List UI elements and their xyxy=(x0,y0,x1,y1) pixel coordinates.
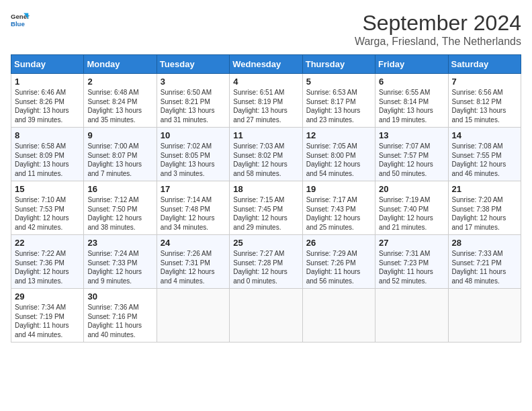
day-number: 19 xyxy=(306,184,371,194)
day-info: Sunrise: 6:51 AMSunset: 8:19 PMDaylight:… xyxy=(233,88,298,124)
table-row xyxy=(448,289,521,342)
table-row: 25Sunrise: 7:27 AMSunset: 7:28 PMDayligh… xyxy=(230,235,302,289)
header-wednesday: Wednesday xyxy=(230,55,302,74)
day-number: 1 xyxy=(15,77,80,87)
table-row: 10Sunrise: 7:02 AMSunset: 8:05 PMDayligh… xyxy=(157,128,229,181)
table-row xyxy=(302,289,375,342)
day-number: 28 xyxy=(452,238,517,248)
day-info: Sunrise: 7:10 AMSunset: 7:53 PMDaylight:… xyxy=(15,195,80,232)
table-row: 18Sunrise: 7:15 AMSunset: 7:45 PMDayligh… xyxy=(230,181,302,235)
table-row: 13Sunrise: 7:07 AMSunset: 7:57 PMDayligh… xyxy=(375,128,448,181)
table-row: 2Sunrise: 6:48 AMSunset: 8:24 PMDaylight… xyxy=(84,74,157,128)
day-number: 22 xyxy=(15,238,80,248)
table-row: 7Sunrise: 6:56 AMSunset: 8:12 PMDaylight… xyxy=(448,74,521,128)
day-number: 3 xyxy=(161,77,226,87)
table-row: 21Sunrise: 7:20 AMSunset: 7:38 PMDayligh… xyxy=(448,181,521,235)
table-row: 22Sunrise: 7:22 AMSunset: 7:36 PMDayligh… xyxy=(11,235,84,289)
day-number: 8 xyxy=(15,130,80,140)
day-number: 26 xyxy=(306,238,371,248)
header-friday: Friday xyxy=(375,55,448,74)
table-row: 20Sunrise: 7:19 AMSunset: 7:40 PMDayligh… xyxy=(375,181,448,235)
day-info: Sunrise: 7:08 AMSunset: 7:55 PMDaylight:… xyxy=(452,142,517,178)
day-info: Sunrise: 7:36 AMSunset: 7:16 PMDaylight:… xyxy=(87,303,152,339)
day-number: 30 xyxy=(87,291,152,302)
day-info: Sunrise: 7:00 AMSunset: 8:07 PMDaylight:… xyxy=(87,142,152,178)
day-info: Sunrise: 7:31 AMSunset: 7:23 PMDaylight:… xyxy=(379,249,444,285)
day-number: 14 xyxy=(452,130,517,140)
table-row: 1Sunrise: 6:46 AMSunset: 8:26 PMDaylight… xyxy=(11,74,84,128)
day-number: 7 xyxy=(452,77,517,87)
day-number: 15 xyxy=(15,184,80,194)
calendar-week-row: 29Sunrise: 7:34 AMSunset: 7:19 PMDayligh… xyxy=(11,289,521,342)
day-info: Sunrise: 7:22 AMSunset: 7:36 PMDaylight:… xyxy=(15,249,80,285)
day-info: Sunrise: 6:53 AMSunset: 8:17 PMDaylight:… xyxy=(306,88,371,124)
table-row: 29Sunrise: 7:34 AMSunset: 7:19 PMDayligh… xyxy=(11,289,84,342)
calendar-header-row: Sunday Monday Tuesday Wednesday Thursday… xyxy=(11,55,521,74)
main-title: September 2024 xyxy=(355,11,521,36)
table-row: 19Sunrise: 7:17 AMSunset: 7:43 PMDayligh… xyxy=(302,181,375,235)
day-number: 29 xyxy=(15,291,80,302)
day-info: Sunrise: 7:34 AMSunset: 7:19 PMDaylight:… xyxy=(15,303,80,339)
day-info: Sunrise: 6:48 AMSunset: 8:24 PMDaylight:… xyxy=(87,88,152,124)
calendar-week-row: 8Sunrise: 6:58 AMSunset: 8:09 PMDaylight… xyxy=(11,128,521,181)
day-info: Sunrise: 6:46 AMSunset: 8:26 PMDaylight:… xyxy=(15,88,80,124)
day-info: Sunrise: 7:20 AMSunset: 7:38 PMDaylight:… xyxy=(452,195,517,232)
page-header: General Blue September 2024 Warga, Fries… xyxy=(11,11,521,48)
day-info: Sunrise: 7:17 AMSunset: 7:43 PMDaylight:… xyxy=(306,195,371,232)
table-row xyxy=(157,289,229,342)
day-info: Sunrise: 7:02 AMSunset: 8:05 PMDaylight:… xyxy=(161,142,226,178)
day-info: Sunrise: 7:24 AMSunset: 7:33 PMDaylight:… xyxy=(87,249,152,285)
day-number: 2 xyxy=(87,77,152,87)
table-row: 24Sunrise: 7:26 AMSunset: 7:31 PMDayligh… xyxy=(157,235,229,289)
day-number: 17 xyxy=(161,184,226,194)
table-row: 11Sunrise: 7:03 AMSunset: 8:02 PMDayligh… xyxy=(230,128,302,181)
table-row: 14Sunrise: 7:08 AMSunset: 7:55 PMDayligh… xyxy=(448,128,521,181)
day-info: Sunrise: 7:15 AMSunset: 7:45 PMDaylight:… xyxy=(233,195,298,232)
day-number: 12 xyxy=(306,130,371,140)
day-number: 4 xyxy=(233,77,298,87)
day-info: Sunrise: 7:03 AMSunset: 8:02 PMDaylight:… xyxy=(233,142,298,178)
svg-text:Blue: Blue xyxy=(11,20,25,28)
header-sunday: Sunday xyxy=(11,55,84,74)
day-number: 25 xyxy=(233,238,298,248)
table-row: 4Sunrise: 6:51 AMSunset: 8:19 PMDaylight… xyxy=(230,74,302,128)
table-row: 27Sunrise: 7:31 AMSunset: 7:23 PMDayligh… xyxy=(375,235,448,289)
day-info: Sunrise: 6:58 AMSunset: 8:09 PMDaylight:… xyxy=(15,142,80,178)
day-info: Sunrise: 7:07 AMSunset: 7:57 PMDaylight:… xyxy=(379,142,444,178)
day-number: 9 xyxy=(87,130,152,140)
logo-icon: General Blue xyxy=(11,11,30,30)
subtitle: Warga, Friesland, The Netherlands xyxy=(355,36,521,48)
table-row: 8Sunrise: 6:58 AMSunset: 8:09 PMDaylight… xyxy=(11,128,84,181)
day-info: Sunrise: 6:50 AMSunset: 8:21 PMDaylight:… xyxy=(161,88,226,124)
table-row: 16Sunrise: 7:12 AMSunset: 7:50 PMDayligh… xyxy=(84,181,157,235)
day-number: 16 xyxy=(87,184,152,194)
table-row: 9Sunrise: 7:00 AMSunset: 8:07 PMDaylight… xyxy=(84,128,157,181)
day-info: Sunrise: 7:27 AMSunset: 7:28 PMDaylight:… xyxy=(233,249,298,285)
table-row xyxy=(375,289,448,342)
day-info: Sunrise: 7:05 AMSunset: 8:00 PMDaylight:… xyxy=(306,142,371,178)
day-number: 27 xyxy=(379,238,444,248)
calendar-page: General Blue September 2024 Warga, Fries… xyxy=(0,0,532,411)
table-row: 23Sunrise: 7:24 AMSunset: 7:33 PMDayligh… xyxy=(84,235,157,289)
day-info: Sunrise: 7:33 AMSunset: 7:21 PMDaylight:… xyxy=(452,249,517,285)
day-number: 21 xyxy=(452,184,517,194)
table-row: 6Sunrise: 6:55 AMSunset: 8:14 PMDaylight… xyxy=(375,74,448,128)
day-info: Sunrise: 7:14 AMSunset: 7:48 PMDaylight:… xyxy=(161,195,226,232)
table-row: 28Sunrise: 7:33 AMSunset: 7:21 PMDayligh… xyxy=(448,235,521,289)
calendar-table: Sunday Monday Tuesday Wednesday Thursday… xyxy=(11,54,521,342)
table-row: 30Sunrise: 7:36 AMSunset: 7:16 PMDayligh… xyxy=(84,289,157,342)
header-tuesday: Tuesday xyxy=(157,55,229,74)
day-number: 11 xyxy=(233,130,298,140)
day-number: 13 xyxy=(379,130,444,140)
header-thursday: Thursday xyxy=(302,55,375,74)
day-info: Sunrise: 7:26 AMSunset: 7:31 PMDaylight:… xyxy=(161,249,226,285)
day-number: 5 xyxy=(306,77,371,87)
day-number: 23 xyxy=(87,238,152,248)
day-info: Sunrise: 7:12 AMSunset: 7:50 PMDaylight:… xyxy=(87,195,152,232)
header-monday: Monday xyxy=(84,55,157,74)
day-info: Sunrise: 6:55 AMSunset: 8:14 PMDaylight:… xyxy=(379,88,444,124)
day-number: 18 xyxy=(233,184,298,194)
title-section: September 2024 Warga, Friesland, The Net… xyxy=(355,11,521,48)
table-row: 26Sunrise: 7:29 AMSunset: 7:26 PMDayligh… xyxy=(302,235,375,289)
logo: General Blue xyxy=(11,11,30,30)
